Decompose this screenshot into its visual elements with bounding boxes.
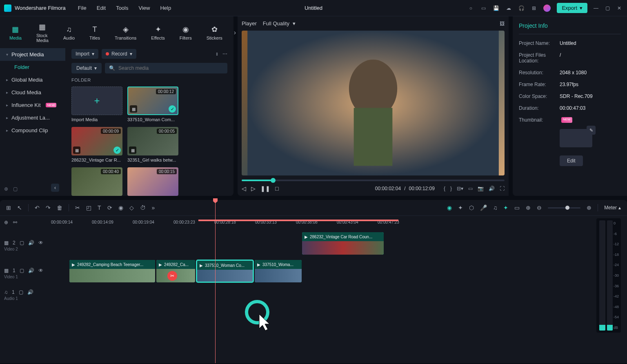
cloud-icon[interactable]: ☁ [505, 5, 512, 11]
zoom-out-icon[interactable]: ⊖ [537, 204, 542, 211]
timer-icon[interactable]: ⏱ [140, 204, 146, 211]
crop-icon[interactable]: ◰ [86, 204, 91, 211]
add-icon[interactable]: ⊕ [526, 204, 531, 211]
lock-icon[interactable]: ▢ [20, 268, 24, 273]
grid-icon[interactable]: ⊞ [6, 204, 11, 211]
zoom-in-icon[interactable]: ⊕ [587, 204, 591, 211]
tab-effects[interactable]: ✦Effects [148, 23, 168, 42]
new-folder-icon[interactable]: ⊕ [4, 186, 8, 192]
media-import-tile[interactable]: + Import Media [71, 87, 122, 122]
camera-icon[interactable]: 📷 [478, 186, 484, 191]
menu-tools[interactable]: Tools [116, 5, 128, 11]
tab-stickers[interactable]: ✿Stickers [203, 23, 226, 42]
delete-icon[interactable]: 🗑 [57, 204, 62, 211]
undo-icon[interactable]: ↶ [35, 204, 40, 211]
clip-vintage-car[interactable]: ▶286232_Vintage Car Road Coun... [302, 232, 384, 255]
sidebar-influence-kit[interactable]: ▸Influence KitNEW [0, 99, 65, 111]
clip-woman-2[interactable]: ▶337510_Woma... [255, 260, 302, 282]
mute-icon[interactable]: 🔊 [28, 240, 34, 246]
color-icon[interactable]: ◉ [118, 204, 123, 211]
sidebar-cloud-media[interactable]: ▸Cloud Media [0, 86, 65, 99]
close-button[interactable]: ✕ [617, 5, 623, 11]
bracket-close-icon[interactable]: } [450, 186, 452, 191]
prev-frame-button[interactable]: ◁ [242, 185, 246, 192]
tab-titles[interactable]: TTitles [86, 23, 103, 42]
save-icon[interactable]: 💾 [493, 5, 499, 11]
more-icon[interactable]: ⋯ [222, 51, 227, 57]
frame-icon[interactable]: ▭ [514, 204, 520, 211]
tab-media[interactable]: ▦Media [6, 23, 25, 42]
meter-toggle[interactable]: Meter ▴ [604, 205, 621, 211]
tabs-more-button[interactable]: › [234, 29, 236, 36]
ai-icon[interactable]: ◉ [447, 204, 452, 211]
marker-icon[interactable]: ✦ [503, 204, 508, 211]
text-icon[interactable]: T [98, 204, 101, 211]
avatar-icon[interactable] [543, 4, 551, 12]
play-button[interactable]: ▷ [251, 185, 256, 192]
tab-stock-media[interactable]: ▦Stock Media [33, 20, 52, 45]
clip-camping-1[interactable]: ▶249282_Camping Beach Teenager... [69, 260, 155, 282]
thumbnail-preview[interactable]: ✎ [560, 129, 592, 147]
progress-thumb[interactable] [271, 178, 276, 183]
menu-view[interactable]: View [138, 5, 150, 11]
media-item[interactable]: 00:00:09 ▦ ✓ 286232_Vintage Car R... [71, 127, 122, 162]
search-input[interactable] [118, 65, 223, 71]
minimize-button[interactable]: — [594, 5, 599, 11]
sidebar-compound-clip[interactable]: ▸Compound Clip [0, 124, 65, 137]
menu-help[interactable]: Help [160, 5, 171, 11]
folder-icon[interactable]: ▢ [13, 186, 18, 192]
compare-icon[interactable]: ⊟▾ [457, 186, 463, 191]
mute-icon[interactable]: 🔊 [27, 289, 33, 295]
sidebar-project-media[interactable]: ▾Project Media [0, 48, 65, 61]
filter-icon[interactable]: ⫾ [216, 51, 218, 57]
shield-icon[interactable]: ⬡ [469, 204, 474, 211]
tab-transitions[interactable]: ◈Transitions [111, 23, 140, 42]
stop-button[interactable]: □ [275, 185, 278, 192]
lock-icon[interactable]: ▢ [19, 289, 23, 295]
enhance-icon[interactable]: ✦ [458, 204, 463, 211]
sort-button[interactable]: Default▾ [71, 63, 102, 73]
volume-icon[interactable]: 🔊 [489, 186, 495, 191]
menu-edit[interactable]: Edit [97, 5, 106, 11]
media-item[interactable]: 00:00:12 ▦ ✓ 337510_Woman Com... [127, 87, 178, 122]
search-box[interactable]: 🔍 [105, 63, 227, 73]
record-button[interactable]: Record▾ [102, 49, 136, 59]
visibility-icon[interactable]: 👁 [38, 268, 43, 273]
zoom-slider[interactable] [548, 207, 580, 209]
quality-select[interactable]: Full Quality▾ [263, 20, 296, 27]
export-button[interactable]: Export▾ [557, 3, 587, 13]
display-icon[interactable]: ▭ [468, 186, 473, 191]
preview-viewport[interactable] [242, 31, 505, 175]
pencil-icon[interactable]: ✎ [587, 126, 596, 135]
snapshot-icon[interactable]: 🖼 [500, 21, 505, 27]
mic-icon[interactable]: 🎤 [480, 204, 487, 211]
more-tools-icon[interactable]: » [152, 204, 155, 211]
keyframe-icon[interactable]: ◇ [129, 204, 134, 211]
record-icon[interactable]: ○ [467, 5, 474, 11]
device-icon[interactable]: ▭ [480, 5, 487, 11]
progress-bar[interactable] [242, 180, 505, 181]
import-button[interactable]: Import▾ [71, 49, 98, 59]
speed-icon[interactable]: ⟳ [107, 204, 112, 211]
redo-icon[interactable]: ↷ [46, 204, 51, 211]
lock-icon[interactable]: ▢ [20, 240, 24, 246]
bracket-open-icon[interactable]: { [444, 186, 445, 191]
media-item[interactable]: 00:00:40 [71, 167, 122, 196]
mute-icon[interactable]: 🔊 [28, 268, 34, 273]
tab-filters[interactable]: ◉Filters [176, 23, 195, 42]
sidebar-collapse-button[interactable]: ‹ [51, 184, 59, 192]
visibility-icon[interactable]: 👁 [38, 240, 43, 246]
sidebar-folder[interactable]: Folder [0, 61, 65, 73]
media-item[interactable]: 00:00:05 ▦ 32351_Girl walks betw... [127, 127, 178, 162]
clip-woman-1[interactable]: ▶337510_Woman Co... [196, 260, 253, 282]
sidebar-global-media[interactable]: ▸Global Media [0, 73, 65, 86]
timeline-ruler[interactable]: 00:00:09:14 00:00:14:09 00:00:19:04 00:0… [0, 216, 627, 228]
split-indicator[interactable]: ✂ [167, 271, 177, 281]
zoom-thumb[interactable] [565, 206, 569, 210]
cursor-icon[interactable]: ↖ [17, 204, 22, 211]
fullscreen-icon[interactable]: ⛶ [500, 186, 505, 191]
menu-file[interactable]: File [78, 5, 87, 11]
music-icon[interactable]: ♫ [493, 204, 498, 211]
playhead[interactable] [215, 200, 216, 363]
scissors-icon[interactable]: ✂ [75, 204, 80, 211]
